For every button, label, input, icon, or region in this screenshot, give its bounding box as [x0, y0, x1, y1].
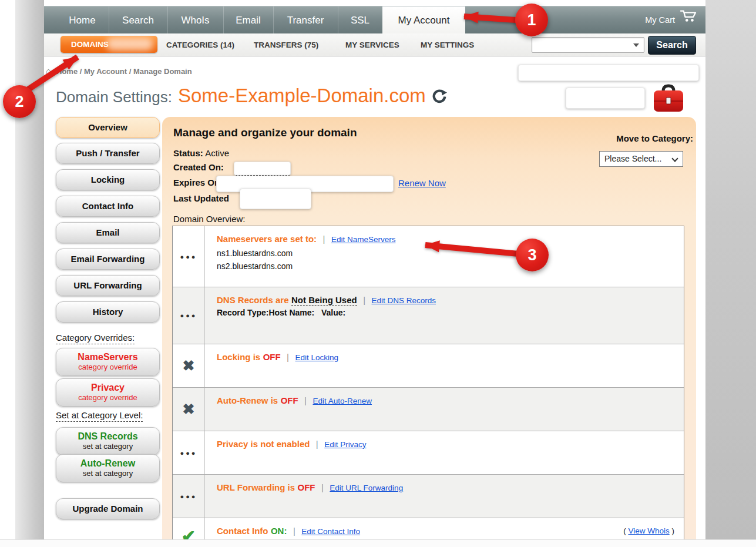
override-subtitle: category override	[56, 393, 159, 402]
sidebar-item-history[interactable]: History	[56, 301, 160, 323]
redacted-domains-count	[106, 38, 153, 51]
page-title: Domain Settings: Some-Example-Domain.com	[56, 85, 447, 107]
table-row-privacy: ●●● Privacy is not enabled | Edit Privac…	[173, 431, 684, 474]
move-to-category-label: Move to Category:	[587, 133, 693, 143]
category-subtitle: set at category	[56, 442, 159, 451]
table-row-nameservers: ●●● Nameservers are set to: | Edit NameS…	[173, 226, 684, 287]
dots-icon: ●●●	[180, 449, 197, 457]
bottom-cutoff-band	[0, 539, 756, 547]
nav-tab-transfer[interactable]: Transfer	[273, 6, 338, 34]
subnav-domains-button[interactable]: DOMAINS	[61, 36, 157, 53]
selected-option: Please Select...	[604, 154, 661, 163]
my-cart-button[interactable]: My Cart	[645, 6, 697, 34]
edit-dns-records-link[interactable]: Edit DNS Records	[372, 296, 436, 305]
chevron-down-icon	[671, 155, 678, 162]
search-button[interactable]: Search	[648, 36, 696, 55]
separator: |	[304, 395, 307, 405]
redacted-updated-date	[240, 189, 311, 209]
status-label: Status:	[173, 148, 203, 158]
nav-tab-ssl[interactable]: SSL	[338, 6, 383, 34]
table-row-locking: ✖ Locking is OFF | Edit Locking	[173, 344, 684, 387]
row-status: Not Being Used	[291, 295, 357, 306]
toolbox-icon[interactable]	[651, 83, 686, 116]
view-whois-link[interactable]: View Whois	[628, 526, 669, 535]
subnav-my-services[interactable]: MY SERVICES	[345, 41, 399, 49]
redacted-box-title	[566, 88, 645, 109]
move-to-category-select[interactable]: Please Select...	[599, 151, 683, 167]
page-title-domain: Some-Example-Domain.com	[178, 85, 426, 107]
sidebar-item-auto-renew-category[interactable]: Auto-Renew set at category	[56, 454, 160, 482]
category-overrides-label: Category Overrides:	[56, 333, 135, 344]
nameserver-value: ns1.bluestardns.com	[217, 247, 674, 260]
chevron-down-icon[interactable]	[633, 43, 639, 47]
dots-icon: ●●●	[180, 312, 197, 319]
cart-icon	[680, 6, 697, 34]
sidebar-item-dns-records-category[interactable]: DNS Records set at category	[56, 427, 160, 455]
breadcrumb[interactable]: Home / My Account / Manage Domain	[56, 67, 192, 76]
section-heading: Manage and organize your domain	[173, 126, 357, 139]
edit-nameservers-link[interactable]: Edit NameServers	[331, 235, 396, 244]
x-icon: ✖	[183, 357, 195, 374]
sidebar-item-privacy-override[interactable]: Privacy category override	[56, 378, 160, 407]
separator: |	[293, 526, 295, 536]
updated-line: Last Updated	[173, 193, 229, 203]
page: Home Search WhoIs Email Transfer SSL My …	[0, 0, 756, 547]
page-title-prefix: Domain Settings:	[56, 88, 172, 106]
annotation-badge-2: 2	[3, 85, 36, 118]
sidebar-item-overview[interactable]: Overview	[56, 117, 160, 138]
sidebar-item-email[interactable]: Email	[56, 222, 160, 243]
table-row-url-forwarding: ●●● URL Forwarding is OFF | Edit URL For…	[173, 474, 684, 518]
row-title: Contact Info	[217, 526, 268, 536]
edit-locking-link[interactable]: Edit Locking	[295, 353, 338, 362]
edit-contact-info-link[interactable]: Edit Contact Info	[301, 527, 360, 536]
dots-icon: ●●●	[180, 493, 197, 500]
separator: |	[316, 439, 318, 449]
sidebar-item-upgrade-domain[interactable]: Upgrade Domain	[56, 498, 160, 519]
created-label: Created On:	[173, 162, 224, 172]
row-status: OFF	[263, 352, 281, 362]
category-subtitle: set at category	[56, 469, 159, 478]
nav-tab-search[interactable]: Search	[109, 6, 168, 34]
nav-tab-my-account[interactable]: My Account	[382, 6, 465, 34]
override-title: NameServers	[56, 351, 159, 363]
redacted-box-top	[518, 65, 699, 81]
override-title: Privacy	[56, 382, 159, 393]
refresh-icon[interactable]	[432, 89, 447, 106]
row-title: DNS Records are	[217, 295, 289, 305]
search-input[interactable]	[533, 38, 630, 52]
renew-now-link[interactable]: Renew Now	[398, 178, 446, 188]
nav-tab-email[interactable]: Email	[223, 6, 274, 34]
row-status: ON:	[271, 526, 287, 536]
separator: |	[363, 295, 365, 305]
category-title: Auto-Renew	[56, 458, 159, 469]
override-subtitle: category override	[56, 363, 159, 371]
updated-label: Last Updated	[173, 193, 229, 203]
sidebar-item-push-transfer[interactable]: Push / Transfer	[56, 143, 160, 164]
subnav-my-settings[interactable]: MY SETTINGS	[421, 41, 474, 49]
subnav-categories[interactable]: CATEGORIES (14)	[166, 41, 234, 49]
created-line: Created On:	[173, 162, 224, 172]
dots-icon: ●●●	[180, 253, 197, 260]
sidebar-item-url-forwarding[interactable]: URL Forwarding	[56, 275, 160, 296]
separator: |	[323, 234, 325, 244]
domains-label: DOMAINS	[71, 40, 109, 49]
edit-privacy-link[interactable]: Edit Privacy	[324, 440, 366, 449]
domain-search-combobox[interactable]	[532, 37, 644, 53]
subnav-transfers[interactable]: TRANSFERS (75)	[254, 41, 318, 49]
set-at-category-label: Set at Category Level:	[56, 410, 143, 422]
left-background-strip	[15, 0, 44, 539]
sidebar-item-email-forwarding[interactable]: Email Forwarding	[56, 249, 160, 270]
annotation-badge-1: 1	[515, 4, 548, 36]
top-navigation-bar: Home Search WhoIs Email Transfer SSL My …	[44, 6, 705, 34]
edit-url-forwarding-link[interactable]: Edit URL Forwarding	[330, 484, 403, 492]
edit-auto-renew-link[interactable]: Edit Auto-Renew	[313, 397, 372, 405]
sidebar-item-locking[interactable]: Locking	[56, 169, 160, 190]
sidebar-item-contact-info[interactable]: Contact Info	[56, 196, 160, 217]
row-title: Nameservers are set to:	[217, 234, 317, 244]
sidebar-item-nameservers-override[interactable]: NameServers category override	[56, 348, 160, 376]
nav-tab-whois[interactable]: WhoIs	[167, 6, 224, 34]
paren-open: (	[623, 526, 626, 535]
domain-overview-label: Domain Overview:	[173, 214, 246, 224]
nav-tab-home[interactable]: Home	[56, 6, 109, 34]
redacted-created-date	[234, 162, 291, 176]
